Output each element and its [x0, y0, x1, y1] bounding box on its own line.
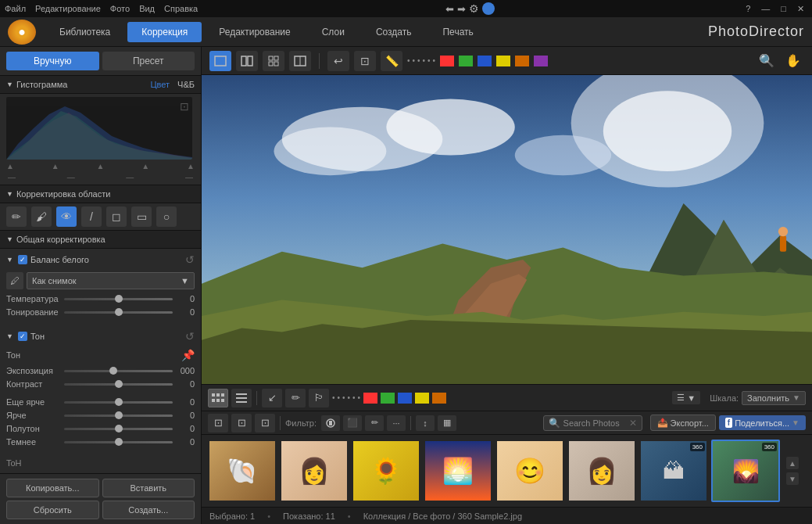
histogram-tab-bw[interactable]: Ч&Б: [177, 80, 195, 89]
green-color[interactable]: [459, 56, 473, 66]
sort-order-btn[interactable]: ↕: [416, 415, 435, 431]
tool-pencil[interactable]: ✏: [6, 206, 27, 227]
sort-menu-btn[interactable]: ☰▼: [672, 391, 700, 404]
thumb-size-2[interactable]: ⊡: [231, 414, 252, 432]
help-btn[interactable]: ?: [742, 4, 753, 14]
orange-color[interactable]: [515, 56, 529, 66]
export-btn[interactable]: 📤 Экспорт...: [650, 415, 716, 431]
search-input[interactable]: Search Photos: [563, 418, 626, 428]
edit-btn[interactable]: ✏: [285, 389, 306, 407]
tool-circle[interactable]: ○: [156, 206, 177, 227]
thumb-1[interactable]: 🐚: [208, 440, 277, 502]
compare-view-btn[interactable]: [289, 51, 311, 71]
strip-scroll-down[interactable]: ▼: [786, 472, 799, 485]
general-correction-header[interactable]: ▼ Общая корректировка: [0, 230, 201, 249]
filter-more-btn[interactable]: ···: [387, 415, 406, 431]
menu-edit[interactable]: Редактирование: [35, 4, 101, 13]
thumb-3[interactable]: 🌻: [352, 440, 420, 502]
wb-checkbox[interactable]: ✓: [18, 255, 27, 264]
histogram-tab-color[interactable]: Цвет: [150, 80, 170, 89]
strip-yellow[interactable]: [415, 393, 429, 404]
brighter-slider[interactable]: [64, 401, 173, 404]
tool-eye[interactable]: 👁: [56, 206, 77, 227]
import-btn[interactable]: ↙: [262, 389, 282, 407]
darker-slider[interactable]: [64, 441, 173, 443]
tone-checkbox[interactable]: ✓: [18, 332, 27, 341]
filter-flag-btn[interactable]: ⬛: [343, 415, 362, 431]
bright-slider[interactable]: [64, 415, 173, 417]
tab-correction[interactable]: Коррекция: [127, 22, 202, 42]
tone-reset[interactable]: ↺: [185, 330, 195, 343]
copy-btn[interactable]: Копировать...: [6, 479, 99, 497]
create-btn[interactable]: Создать...: [102, 501, 195, 519]
tab-edit[interactable]: Редактирование: [205, 22, 304, 42]
blue-color[interactable]: [478, 56, 492, 66]
share-btn[interactable]: f Поделиться... ▼: [719, 415, 806, 430]
strip-blue[interactable]: [398, 393, 412, 404]
pan-icon-btn[interactable]: ✋: [782, 51, 804, 71]
toh-label: ToH: [0, 455, 201, 469]
purple-color[interactable]: [534, 56, 548, 66]
exposure-slider[interactable]: [64, 370, 173, 372]
scale-select[interactable]: Заполнить ▼: [742, 391, 806, 405]
red-color[interactable]: [440, 56, 454, 66]
thumb-4[interactable]: 🌅: [424, 440, 492, 502]
list-view-btn[interactable]: [231, 389, 252, 407]
wb-preset-select[interactable]: Как снимок ▼: [27, 272, 195, 289]
maximize-btn[interactable]: □: [778, 4, 789, 14]
thumb-size-3[interactable]: ⊡: [255, 414, 275, 432]
tool-erase[interactable]: ◻: [106, 206, 127, 227]
strip-orange[interactable]: [432, 393, 446, 404]
thumb-7[interactable]: 🏔 360: [639, 440, 708, 502]
mode-preset[interactable]: Пресет: [102, 52, 195, 70]
toning-slider[interactable]: [64, 311, 173, 314]
before-after-btn[interactable]: [236, 51, 258, 71]
tab-print[interactable]: Печать: [428, 22, 487, 42]
thumb-2[interactable]: 👩: [280, 440, 349, 502]
crop-btn[interactable]: ⊡: [354, 51, 376, 71]
flag-btn[interactable]: 🏳: [309, 389, 329, 407]
temperature-slider[interactable]: [64, 298, 173, 300]
menu-photo[interactable]: Фото: [110, 4, 130, 13]
thumb-5[interactable]: 😊: [495, 440, 564, 502]
thumb-view-btn[interactable]: [208, 389, 228, 407]
close-btn[interactable]: ✕: [794, 4, 807, 14]
menu-file[interactable]: Файл: [5, 4, 26, 13]
tool-rect[interactable]: ▭: [131, 206, 152, 227]
temperature-value: 0: [176, 294, 195, 303]
area-correction-header[interactable]: ▼ Корректировка области: [0, 185, 201, 203]
filter-all-btn[interactable]: [321, 415, 340, 431]
histogram-header[interactable]: ▼ Гистограмма Цвет Ч&Б: [0, 75, 201, 94]
midtone-slider[interactable]: [64, 428, 173, 430]
thumb-8[interactable]: 🌄 360: [711, 440, 780, 502]
layout-btn[interactable]: ▦: [438, 415, 456, 431]
tab-library[interactable]: Библиотека: [45, 22, 124, 42]
strip-green[interactable]: [381, 393, 395, 404]
strip-scroll-up[interactable]: ▲: [786, 457, 799, 469]
search-icon-btn[interactable]: 🔍: [756, 51, 778, 71]
thumb-size-1[interactable]: ⊡: [208, 414, 228, 432]
menu-view[interactable]: Вид: [139, 4, 155, 13]
tab-create[interactable]: Создать: [362, 22, 426, 42]
tool-line[interactable]: /: [81, 206, 102, 227]
thumb-6[interactable]: 👩: [567, 440, 636, 502]
search-clear[interactable]: ✕: [629, 418, 637, 429]
strip-red[interactable]: [363, 393, 377, 404]
grid-view-btn[interactable]: [263, 51, 284, 71]
minimize-btn[interactable]: —: [758, 4, 773, 14]
rotate-btn[interactable]: ↩: [327, 51, 349, 71]
tool-brush[interactable]: 🖌: [31, 206, 52, 227]
menu-help[interactable]: Справка: [164, 4, 198, 13]
eyedropper-btn[interactable]: 🖊: [6, 272, 23, 289]
wb-reset[interactable]: ↺: [185, 253, 195, 266]
reset-btn[interactable]: Сбросить: [6, 501, 99, 519]
tone-pin[interactable]: 📌: [181, 349, 195, 361]
paste-btn[interactable]: Вставить: [102, 479, 195, 497]
ruler-btn[interactable]: 📏: [381, 51, 402, 71]
tab-layers[interactable]: Слои: [308, 22, 359, 42]
yellow-color[interactable]: [496, 56, 510, 66]
contrast-slider[interactable]: [64, 383, 173, 386]
single-view-btn[interactable]: [209, 51, 231, 71]
filter-pen-btn[interactable]: ✏: [365, 415, 384, 431]
mode-manual[interactable]: Вручную: [6, 52, 99, 70]
